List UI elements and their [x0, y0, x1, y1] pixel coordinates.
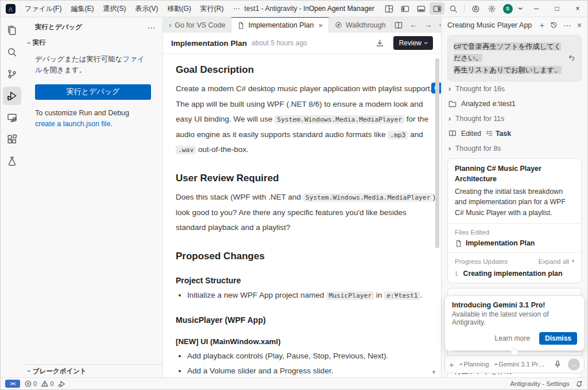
run-section-header[interactable]: › 実行	[24, 37, 163, 48]
expand-all-button[interactable]: Expand all ›	[538, 258, 574, 265]
tab-go-for-vscode[interactable]: › Go for VS Code	[163, 17, 231, 33]
close-window-button[interactable]: ×	[568, 1, 587, 17]
heading-user-review-required: User Review Required	[176, 173, 435, 184]
search-view-icon[interactable]	[3, 43, 21, 61]
toggle-panel-icon[interactable]	[413, 2, 428, 15]
antigravity-settings-button[interactable]: Antigravity - Settings	[510, 380, 570, 387]
send-icon[interactable]: →	[568, 358, 580, 370]
review-button[interactable]: Review ›	[393, 36, 433, 50]
thought-row-1[interactable]: › Thought for 16s	[447, 81, 582, 96]
model-selector[interactable]: › Gemini 3.1 Pro ...	[494, 361, 548, 368]
extensions-icon[interactable]	[3, 130, 21, 149]
menu-selection[interactable]: 選択(S)	[98, 1, 130, 17]
customize-post: .	[110, 120, 112, 128]
browser-icon[interactable]	[468, 2, 483, 15]
tab-walkthrough[interactable]: Walkthrough	[329, 17, 392, 33]
agent-panel: Creating Music Player App + ⋯ × c#で音楽再生ソ…	[442, 17, 587, 377]
maximize-button[interactable]: □	[547, 1, 567, 17]
account-chevron-down-icon[interactable]: ›	[516, 2, 525, 15]
chevron-down-icon: ›	[26, 370, 33, 372]
run-and-debug-icon[interactable]	[3, 87, 21, 105]
book-icon	[448, 130, 457, 138]
close-panel-icon[interactable]: ×	[577, 21, 582, 30]
document-title: Implementation Plan	[171, 39, 247, 48]
minimize-button[interactable]: ─	[527, 1, 546, 17]
scroll-more-indicator: ▼	[431, 369, 436, 375]
user-message-card[interactable]: c#で音楽再生ソフトを作成してください。 再生リストありでお願いします。	[447, 35, 582, 81]
gear-icon[interactable]	[484, 2, 499, 15]
open-agent-manager-button[interactable]: Open Agent Manager	[309, 5, 374, 13]
debug-status-icon[interactable]	[58, 380, 65, 388]
thought-label: Thought for 16s	[455, 85, 505, 93]
download-icon[interactable]	[373, 37, 388, 49]
chevron-right-icon: ›	[448, 115, 451, 123]
tab-implementation-plan[interactable]: Implementation Plan ×	[231, 17, 329, 33]
create-launch-json-link[interactable]: create a launch.json file	[35, 120, 110, 128]
warning-icon	[41, 380, 48, 387]
remote-indicator[interactable]: ><	[5, 380, 20, 388]
breakpoints-label: ブレークポイント	[33, 367, 87, 376]
thought-row-2[interactable]: › Thought for 11s	[447, 111, 582, 126]
mode-label: Planning	[464, 361, 489, 368]
analyzed-path: e:\test1	[493, 100, 516, 108]
attach-icon[interactable]: +	[449, 360, 454, 369]
menu-run[interactable]: 実行(R)	[196, 1, 229, 17]
edited-label: Edited	[461, 130, 481, 138]
menu-file[interactable]: ファイル(F)	[20, 1, 66, 17]
new-conversation-icon[interactable]: +	[540, 21, 544, 30]
learn-more-link[interactable]: Learn more	[495, 334, 530, 342]
thought-row-3[interactable]: › Thought for 8s	[447, 141, 582, 156]
run-and-debug-button[interactable]: 実行とデバッグ	[35, 84, 151, 100]
dismiss-button[interactable]: Dismiss	[539, 332, 577, 345]
edited-file-row[interactable]: Implementation Plan	[455, 239, 574, 247]
step-number: 1	[455, 271, 458, 277]
plan-card: Planning C# Music Player Architecture Cr…	[447, 158, 582, 283]
user-message-line: c#で音楽再生ソフトを作成してください。	[454, 42, 561, 62]
microphone-icon[interactable]	[554, 360, 562, 368]
menu-edit[interactable]: 編集(E)	[66, 1, 98, 17]
agent-panel-header: Creating Music Player App + ⋯ ×	[442, 17, 587, 33]
menu-view[interactable]: 表示(V)	[130, 1, 163, 17]
title-bar-divider	[464, 5, 465, 13]
file-name: Implementation Plan	[466, 239, 535, 247]
status-bar: >< 0 0 Antigravity - Settings	[1, 377, 587, 389]
analyzed-row[interactable]: Analyzed e:\test1	[447, 96, 582, 111]
file-icon	[237, 22, 245, 29]
sidebar-more-icon[interactable]: ⋯	[148, 23, 156, 32]
progress-step[interactable]: 1 Creating implementation plan	[455, 270, 574, 278]
account-avatar[interactable]: S	[500, 2, 515, 15]
breakpoints-section-header[interactable]: › ブレークポイント	[24, 364, 163, 377]
mode-selector[interactable]: › Planning	[459, 361, 489, 368]
notifications-bell-icon[interactable]	[575, 380, 583, 388]
step-title: Creating implementation plan	[463, 270, 563, 278]
problems-warnings[interactable]: 0	[41, 380, 53, 387]
close-tab-icon[interactable]: ×	[318, 21, 323, 30]
navigate-forward-icon[interactable]: →	[422, 19, 435, 32]
agent-input-bar[interactable]: + › Planning › Gemini 3.1 Pro ... →	[444, 355, 585, 373]
menu-more[interactable]: ⋯	[228, 1, 244, 17]
remote-explorer-icon[interactable]	[3, 108, 21, 127]
customize-pre: To customize Run and Debug	[35, 109, 129, 117]
customize-note: To customize Run and Debug create a laun…	[24, 102, 163, 135]
editor-scrollbar-thumb[interactable]	[435, 58, 439, 248]
app-window: ファイル(F) 編集(E) 選択(S) 表示(V) 移動(G) 実行(R) ⋯ …	[0, 0, 588, 390]
menu-go[interactable]: 移動(G)	[163, 1, 195, 17]
edited-row[interactable]: Edited Task	[447, 126, 582, 141]
file-icon	[455, 240, 462, 247]
testing-icon[interactable]	[3, 152, 21, 170]
split-editor-icon[interactable]	[392, 19, 405, 32]
chevron-down-icon: ›	[422, 42, 430, 44]
customize-layout-icon[interactable]	[381, 2, 396, 15]
source-control-icon[interactable]	[3, 65, 21, 83]
search-icon[interactable]	[446, 2, 461, 15]
title-bar: ファイル(F) 編集(E) 選択(S) 表示(V) 移動(G) 実行(R) ⋯ …	[1, 1, 587, 17]
history-icon[interactable]	[550, 21, 558, 29]
toggle-right-sidebar-icon[interactable]	[430, 2, 444, 15]
expand-all-label: Expand all	[538, 258, 569, 265]
toggle-left-sidebar-icon[interactable]	[397, 2, 412, 15]
explorer-icon[interactable]	[3, 21, 21, 40]
navigate-back-icon[interactable]: ←	[407, 19, 420, 32]
panel-more-icon[interactable]: ⋯	[563, 21, 571, 30]
problems-errors[interactable]: 0	[25, 380, 37, 387]
revert-message-icon[interactable]	[567, 41, 575, 76]
